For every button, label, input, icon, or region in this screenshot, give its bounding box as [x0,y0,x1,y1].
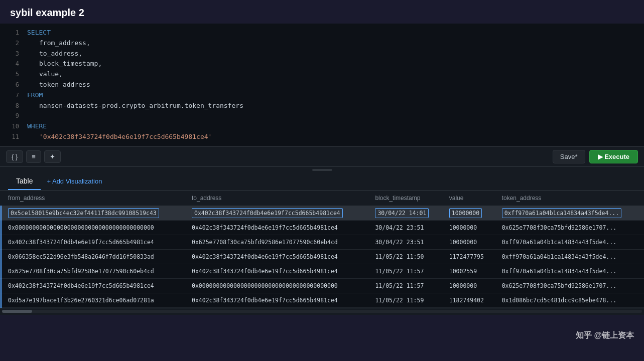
tab-table[interactable]: Table [8,173,41,190]
cell-row2-col2: 30/04/22 23:51 [369,235,443,249]
cell-row5-col3: 10000000 [443,278,496,293]
star-button[interactable]: ✦ [44,150,61,163]
cell-row1-col1: 0x402c38f343724f0db4e6e19f7cc5d665b4981c… [186,220,369,235]
save-button[interactable]: Save* [553,150,585,163]
watermark: 知乎 @链上资本 [576,330,634,341]
scrollbar-track [2,310,642,313]
table-row[interactable]: 0x00000000000000000000000000000000000000… [0,220,644,235]
scrollbar-thumb[interactable] [2,310,32,313]
code-field-from: from_address, [39,38,90,49]
code-line-8: 8 nansen-datasets-prod.crypto_arbitrum.t… [0,101,644,111]
cell-row5-col2: 11/05/22 11:57 [369,278,443,293]
table-row[interactable]: 0x066358ec522d96e3fb548a2646f7dd16f50833… [0,249,644,264]
table-row[interactable]: 0x402c38f343724f0db4e6e19f7cc5d665b4981c… [0,278,644,293]
col-header-to-address: to_address [186,191,369,206]
cell-row4-col0: 0x625e7708f30ca75bfd92586e17077590c60eb4… [0,264,186,278]
cell-row0-col4: 0xff970a61a04b1ca14834a43f5de4... [496,206,644,220]
cell-row2-col0: 0x402c38f343724f0db4e6e19f7cc5d665b4981c… [0,235,186,249]
code-keyword-where: WHERE [27,121,47,132]
code-line-6: 6 token_address [0,80,644,90]
code-line-10: 10 WHERE [0,121,644,132]
cell-row6-col3: 1182749402 [443,293,496,307]
code-line-7: 7 FROM [0,90,644,101]
line-num-10: 10 [5,122,19,131]
cell-row4-col4: 0xff970a61a04b1ca14834a43f5de4... [496,264,644,278]
cell-row1-col0: 0x00000000000000000000000000000000000000… [0,220,186,235]
col-header-from-address: from_address [0,191,186,206]
col-header-token-address: token_address [496,191,644,206]
code-editor[interactable]: 1 SELECT 2 from_address, 3 to_address, 4… [0,24,644,146]
resize-handle[interactable] [0,167,644,173]
line-num-11: 11 [5,132,19,142]
cell-row1-col2: 30/04/22 23:51 [369,220,443,235]
cell-row3-col4: 0xff970a61a04b1ca14834a43f5de4... [496,249,644,264]
table-row[interactable]: 0xd5a7e197bace1f3b26e2760321d6ce06ad0728… [0,293,644,307]
code-line-9: 9 [0,111,644,121]
code-field-value: value, [39,69,63,80]
toolbar-left: { } ≡ ✦ [6,150,61,163]
code-keyword-select: SELECT [27,28,51,38]
cell-row0-col1: 0x402c38f343724f0db4e6e19f7cc5d665b4981c… [186,206,369,220]
toolbar-right: Save* ▶ Execute [553,150,638,163]
cell-row6-col0: 0xd5a7e197bace1f3b26e2760321d6ce06ad0728… [0,293,186,307]
code-keyword-from: FROM [27,90,43,101]
line-num-6: 6 [5,80,19,90]
cell-row2-col3: 10000000 [443,235,496,249]
cell-row4-col1: 0x402c38f343724f0db4e6e19f7cc5d665b4981c… [186,264,369,278]
code-line-3: 3 to_address, [0,49,644,59]
line-num-2: 2 [5,39,19,48]
cell-row0-col0: 0x5ce158015e9bc4ec32ef4411f38dc99108519c… [0,206,186,220]
execute-button[interactable]: ▶ Execute [589,150,638,163]
add-visualization-button[interactable]: + Add Visualization [41,173,108,189]
code-line-4: 4 block_timestamp, [0,59,644,69]
cell-row4-col2: 11/05/22 11:57 [369,264,443,278]
cell-row3-col2: 11/05/22 11:50 [369,249,443,264]
line-num-7: 7 [5,91,19,100]
cell-row3-col3: 1172477795 [443,249,496,264]
list-view-button[interactable]: ≡ [26,150,41,163]
code-line-2: 2 from_address, [0,38,644,49]
json-view-button[interactable]: { } [6,150,23,163]
line-num-1: 1 [5,28,19,38]
cell-row5-col0: 0x402c38f343724f0db4e6e19f7cc5d665b4981c… [0,278,186,293]
code-line-1: 1 SELECT [0,28,644,38]
code-empty-9 [27,111,31,121]
line-num-9: 9 [5,111,19,121]
cell-row1-col4: 0x625e7708f30ca75bfd92586e1707... [496,220,644,235]
table-row[interactable]: 0x402c38f343724f0db4e6e19f7cc5d665b4981c… [0,235,644,249]
cell-row1-col3: 10000000 [443,220,496,235]
toolbar: { } ≡ ✦ Save* ▶ Execute [0,147,644,167]
code-field-token: token_address [39,80,90,90]
cell-row0-col3: 10000000 [443,206,496,220]
cell-row2-col4: 0xff970a61a04b1ca14834a43f5de4... [496,235,644,249]
cell-row6-col4: 0x1d086bc7cd5c481dcc9c85ebe478... [496,293,644,307]
cell-row6-col2: 11/05/22 11:59 [369,293,443,307]
line-num-3: 3 [5,49,19,59]
results-table: from_address to_address block_timestamp … [0,191,644,308]
line-num-4: 4 [5,59,19,69]
code-table-name: nansen-datasets-prod.crypto_arbitrum.tok… [39,101,243,111]
line-num-8: 8 [5,101,19,111]
col-header-value: value [443,191,496,206]
table-row[interactable]: 0x625e7708f30ca75bfd92586e17077590c60eb4… [0,264,644,278]
code-where-value: '0x402c38f343724f0db4e6e19f7cc5d665b4981… [39,132,212,142]
cell-row0-col2: 30/04/22 14:01 [369,206,443,220]
results-area: Table + Add Visualization from_address t… [0,173,644,315]
horizontal-scrollbar[interactable] [0,308,644,315]
table-header-row: from_address to_address block_timestamp … [0,191,644,206]
col-header-block-timestamp: block_timestamp [369,191,443,206]
cell-row4-col3: 10002559 [443,264,496,278]
table-row[interactable]: 0x5ce158015e9bc4ec32ef4411f38dc99108519c… [0,206,644,220]
results-table-container[interactable]: from_address to_address block_timestamp … [0,191,644,308]
cell-row5-col1: 0x00000000000000000000000000000000000000… [186,278,369,293]
divider-grip [312,169,332,171]
cell-row5-col4: 0x625e7708f30ca75bfd92586e1707... [496,278,644,293]
cell-row2-col1: 0x625e7708f30ca75bfd92586e17077590c60eb4… [186,235,369,249]
left-edge-indicator [0,191,2,308]
code-line-11: 11 '0x402c38f343724f0db4e6e19f7cc5d665b4… [0,132,644,142]
page-title: sybil example 2 [0,0,644,24]
editor-area: 1 SELECT 2 from_address, 3 to_address, 4… [0,24,644,147]
tabs-bar: Table + Add Visualization [0,173,644,191]
cell-row3-col1: 0x402c38f343724f0db4e6e19f7cc5d665b4981c… [186,249,369,264]
cell-row6-col1: 0x402c38f343724f0db4e6e19f7cc5d665b4981c… [186,293,369,307]
